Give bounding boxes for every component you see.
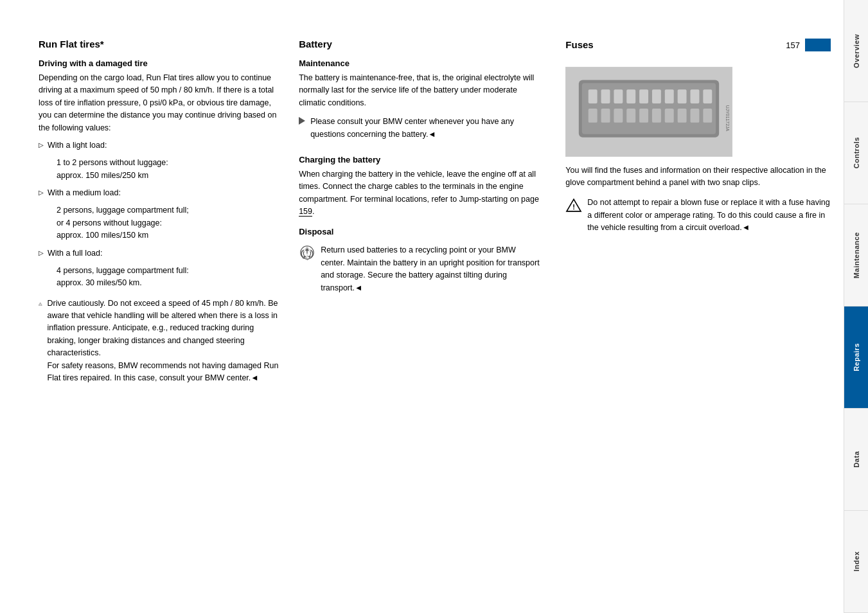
col-run-flat-tires: Run Flat tires* Driving with a damaged t… xyxy=(39,39,299,587)
run-flat-tires-title: Run Flat tires* xyxy=(39,39,279,49)
driving-damaged-tire-title: Driving with a damaged tire xyxy=(39,58,279,68)
sidebar-tab-repairs-label: Repairs xyxy=(853,343,860,371)
battery-title: Battery xyxy=(299,39,540,49)
svg-text:!: ! xyxy=(572,203,575,211)
sidebar-tab-index-label: Index xyxy=(853,551,860,571)
run-flat-warning-box: ! Drive cautiously. Do not exceed a spee… xyxy=(39,298,279,390)
list-item: 1 to 2 persons without luggage:approx. 1… xyxy=(39,157,279,182)
svg-rect-19 xyxy=(627,109,636,123)
page-container: Run Flat tires* Driving with a damaged t… xyxy=(0,0,868,613)
list-item: With a light load: xyxy=(39,139,279,152)
svg-text:!: ! xyxy=(40,303,40,305)
fuse-box-svg: UJY01172JA xyxy=(566,67,732,157)
disposal-box: Return used batteries to a recycling poi… xyxy=(299,244,540,299)
sidebar: Overview Controls Maintenance Repairs Da… xyxy=(844,0,868,613)
svg-rect-13 xyxy=(678,89,687,103)
fuses-text1: You will find the fuses and information … xyxy=(565,164,831,190)
col-fuses: Fuses 157 xyxy=(559,39,831,587)
sidebar-tab-repairs[interactable]: Repairs xyxy=(844,306,868,409)
svg-rect-17 xyxy=(601,109,610,123)
recycle-icon xyxy=(299,244,315,261)
svg-text:UJY01172JA: UJY01172JA xyxy=(725,105,730,131)
svg-rect-10 xyxy=(639,89,648,103)
run-flat-warning-text: Drive cautiously. Do not exceed a speed … xyxy=(48,298,280,385)
sidebar-tab-controls-label: Controls xyxy=(853,137,860,168)
page-number: 157 xyxy=(786,40,800,50)
svg-rect-8 xyxy=(614,89,623,103)
svg-rect-15 xyxy=(704,89,713,103)
fuses-title: Fuses xyxy=(565,39,593,50)
fuses-warning-icon: ! xyxy=(565,198,582,212)
charging-para: When charging the battery in the vehicle… xyxy=(299,168,540,218)
main-content: Run Flat tires* Driving with a damaged t… xyxy=(0,0,844,613)
svg-rect-12 xyxy=(665,89,674,103)
svg-rect-16 xyxy=(589,109,598,123)
svg-rect-24 xyxy=(691,109,700,123)
list-item: With a full load: xyxy=(39,247,279,260)
svg-rect-14 xyxy=(691,89,700,103)
battery-note-box: Please consult your BMW center whenever … xyxy=(299,116,540,146)
svg-rect-25 xyxy=(704,109,713,123)
sidebar-tab-overview[interactable]: Overview xyxy=(844,0,868,102)
sidebar-tab-data[interactable]: Data xyxy=(844,409,868,511)
svg-rect-11 xyxy=(652,89,661,103)
svg-rect-20 xyxy=(639,109,648,123)
sidebar-tab-data-label: Data xyxy=(853,451,860,468)
blue-page-bar xyxy=(805,39,831,51)
fuses-warning-text: Do not attempt to repair a blown fuse or… xyxy=(587,197,831,234)
col-battery: Battery Maintenance The battery is maint… xyxy=(299,39,559,587)
svg-rect-9 xyxy=(627,89,636,103)
svg-rect-18 xyxy=(614,109,623,123)
fuses-image: UJY01172JA xyxy=(565,67,732,157)
list-item: 4 persons, luggage compartment full:appr… xyxy=(39,265,279,290)
run-flat-intro-para: Depending on the cargo load, Run Flat ti… xyxy=(39,72,279,134)
fuses-header: Fuses 157 xyxy=(565,39,831,58)
battery-note-text: Please consult your BMW center whenever … xyxy=(310,116,540,141)
sidebar-tab-overview-label: Overview xyxy=(853,34,860,68)
disposal-title: Disposal xyxy=(299,227,540,236)
maintenance-title: Maintenance xyxy=(299,58,540,68)
list-item: 2 persons, luggage compartment full;or 4… xyxy=(39,204,279,242)
svg-rect-23 xyxy=(678,109,687,123)
svg-rect-21 xyxy=(652,109,661,123)
fuses-image-inner: UJY01172JA xyxy=(566,67,732,156)
fuses-warning-box: ! Do not attempt to repair a blown fuse … xyxy=(565,197,831,239)
svg-rect-22 xyxy=(665,109,674,123)
warning-triangle-icon: ! xyxy=(39,298,42,310)
sidebar-tab-maintenance-label: Maintenance xyxy=(853,232,860,278)
sidebar-tab-maintenance[interactable]: Maintenance xyxy=(844,204,868,306)
sidebar-tab-controls[interactable]: Controls xyxy=(844,102,868,204)
run-flat-bullet-list: With a light load: 1 to 2 persons withou… xyxy=(39,139,279,290)
disposal-text: Return used batteries to a recycling poi… xyxy=(321,244,540,294)
list-item: With a medium load: xyxy=(39,187,279,199)
maintenance-para: The battery is maintenance-free, that is… xyxy=(299,72,540,109)
note-play-icon xyxy=(299,117,305,125)
sidebar-tab-index[interactable]: Index xyxy=(844,511,868,613)
svg-rect-6 xyxy=(589,89,598,103)
svg-rect-7 xyxy=(601,89,610,103)
charging-battery-title: Charging the battery xyxy=(299,155,540,164)
